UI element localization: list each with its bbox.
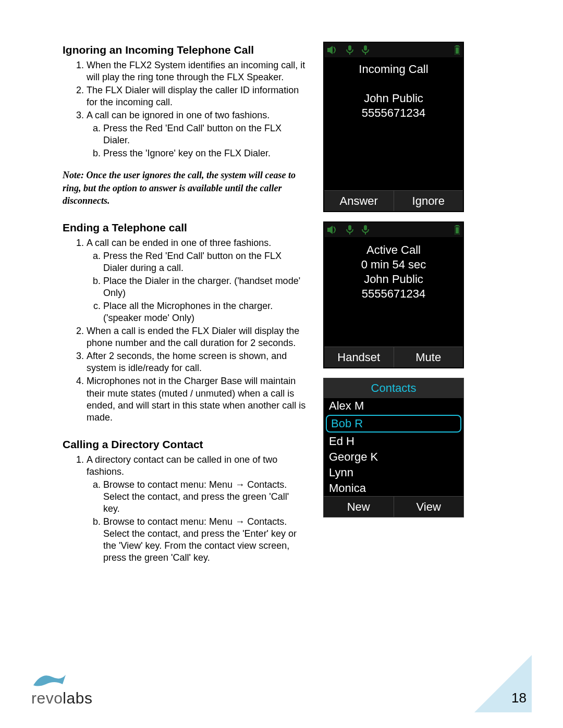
svg-rect-11	[364, 225, 367, 230]
softkey-answer[interactable]: Answer	[324, 191, 394, 211]
section-ignoring: Ignoring an Incoming Telephone Call When…	[63, 44, 308, 207]
phone-body: Incoming Call John Public 5555671234	[324, 57, 463, 190]
list-sub-item: Browse to contact menu: Menu → Contacts.…	[103, 516, 308, 564]
svg-marker-8	[327, 226, 333, 234]
softkey-view[interactable]: View	[394, 497, 464, 517]
status-bar	[324, 223, 463, 237]
contacts-title: Contacts	[324, 378, 463, 398]
section-calling: Calling a Directory Contact A directory …	[63, 438, 308, 564]
status-bar	[324, 43, 463, 57]
note-text: Note: Once the user ignores the call, th…	[63, 169, 308, 207]
list-item: After 2 seconds, the home screen is show…	[87, 350, 308, 374]
brand-text: revolabs	[31, 689, 92, 707]
caller-name: John Public	[324, 92, 463, 105]
contacts-list[interactable]: Alex MBob REd HGeorge KLynnMonica	[324, 398, 463, 496]
list-item: A directory contact can be called in one…	[87, 454, 308, 564]
svg-rect-15	[456, 227, 459, 233]
call-status-label: Incoming Call	[324, 63, 463, 76]
list-sub-item: Press the 'Ignore' key on the FLX Dialer…	[103, 147, 308, 159]
list-item: A call can be ended in one of three fash…	[87, 237, 308, 324]
list-sub-item: Press the Red 'End Call' button on the F…	[103, 122, 308, 146]
battery-icon	[455, 45, 460, 55]
main-text-column: Ignoring an Incoming Telephone Call When…	[63, 42, 308, 565]
softkey-row: New View	[324, 496, 463, 517]
softkey-new[interactable]: New	[324, 497, 394, 517]
contact-item[interactable]: Lynn	[324, 465, 463, 480]
heading-calling: Calling a Directory Contact	[63, 438, 308, 451]
list-sub-item: Press the Red 'End Call' button on the F…	[103, 250, 308, 274]
softkey-mute[interactable]: Mute	[394, 347, 463, 367]
svg-rect-3	[364, 45, 367, 51]
contact-item[interactable]: George K	[324, 449, 463, 465]
contact-item[interactable]: Alex M	[324, 398, 463, 414]
battery-icon	[455, 225, 460, 235]
list-item: A call can be ignored in one of two fash…	[87, 109, 308, 159]
contact-item[interactable]: Bob R	[326, 415, 461, 433]
list-item-text: A call can be ignored in one of two fash…	[87, 110, 270, 120]
call-duration: 0 min 54 sec	[324, 258, 463, 272]
list-sub-item: Place all the Microphones in the charger…	[103, 300, 308, 324]
mic-icon	[346, 225, 353, 235]
screenshots-column: Incoming Call John Public 5555671234 Ans…	[323, 42, 469, 565]
list-sub-item: Place the Dialer in the charger. ('hands…	[103, 275, 308, 299]
phone-screen-contacts: Contacts Alex MBob REd HGeorge KLynnMoni…	[323, 378, 464, 517]
softkey-handset[interactable]: Handset	[324, 347, 394, 367]
flag-icon	[31, 670, 68, 689]
mic-icon	[362, 45, 369, 55]
softkey-row: Handset Mute	[324, 347, 463, 367]
contact-item[interactable]: Ed H	[324, 434, 463, 449]
svg-marker-0	[327, 46, 333, 54]
svg-rect-1	[348, 45, 351, 51]
softkey-ignore[interactable]: Ignore	[394, 191, 463, 211]
call-status-label: Active Call	[324, 243, 463, 257]
mic-icon	[362, 225, 369, 235]
brand-part-b: labs	[63, 689, 92, 707]
caller-name: John Public	[324, 273, 463, 286]
softkey-row: Answer Ignore	[324, 190, 463, 211]
list-item-text: A call can be ended in one of three fash…	[87, 238, 271, 248]
brand-part-a: revo	[31, 689, 63, 707]
caller-number: 5555671234	[324, 287, 463, 301]
speaker-icon	[327, 46, 338, 54]
section-ending: Ending a Telephone call A call can be en…	[63, 221, 308, 423]
contact-item[interactable]: Monica	[324, 480, 463, 496]
list-item: Microphones not in the Charger Base will…	[87, 375, 308, 423]
phone-screen-incoming: Incoming Call John Public 5555671234 Ans…	[323, 42, 464, 212]
heading-ignoring: Ignoring an Incoming Telephone Call	[63, 44, 308, 56]
list-item: When the FLX2 System identifies an incom…	[87, 59, 308, 83]
page-number: 18	[511, 690, 527, 706]
list-sub-item: Browse to contact menu: Menu → Contacts.…	[103, 479, 308, 515]
svg-rect-9	[348, 225, 351, 230]
mic-icon	[346, 45, 353, 55]
caller-number: 5555671234	[324, 106, 463, 120]
phone-body: Active Call 0 min 54 sec John Public 555…	[324, 237, 463, 347]
phone-screen-active: Active Call 0 min 54 sec John Public 555…	[323, 221, 464, 368]
list-item-text: A directory contact can be called in one…	[87, 454, 277, 477]
speaker-icon	[327, 226, 338, 234]
list-item: When a call is ended the FLX Dialer will…	[87, 325, 308, 349]
svg-rect-7	[456, 47, 459, 54]
brand-logo: revolabs	[31, 670, 92, 707]
heading-ending: Ending a Telephone call	[63, 221, 308, 234]
list-item: The FLX Dialer will display the caller I…	[87, 84, 308, 108]
page-footer: revolabs 18	[31, 650, 532, 712]
